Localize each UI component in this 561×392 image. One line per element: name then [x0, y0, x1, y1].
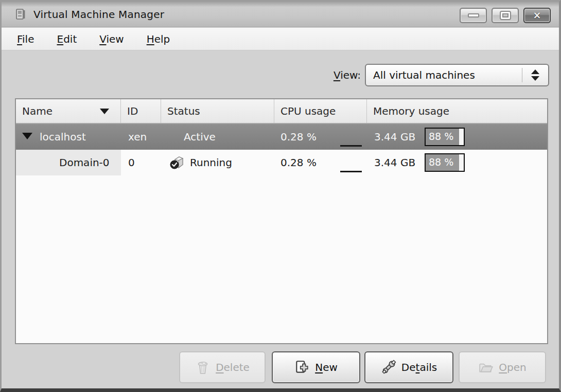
vm-status: Active: [161, 131, 216, 143]
view-filter-combobox[interactable]: All virtual machines: [365, 64, 549, 86]
vm-cpu-usage: 0.28 %: [280, 131, 317, 143]
view-filter-value: All virtual machines: [366, 69, 522, 81]
menu-view[interactable]: View: [94, 30, 129, 48]
running-status-icon: [169, 155, 185, 170]
details-button[interactable]: Details: [364, 351, 453, 383]
vm-status: Running: [190, 156, 232, 169]
vm-list: Name ID Status CPU usage Memory usage lo…: [15, 98, 548, 344]
open-button[interactable]: Open: [459, 351, 546, 383]
menu-edit[interactable]: Edit: [51, 30, 82, 48]
table-row-domain-0[interactable]: Domain-0 0 Running 0.28 % 3.44 GB: [16, 150, 547, 175]
window-controls: ✕: [460, 8, 551, 23]
maximize-icon: [501, 12, 510, 19]
maximize-button[interactable]: [492, 8, 519, 23]
header-id[interactable]: ID: [121, 99, 161, 123]
memory-usage-bar: 88 %: [425, 153, 465, 172]
vm-id: 0: [121, 150, 161, 175]
menubar: File Edit View Help: [2, 28, 559, 50]
memory-percent: 88 %: [429, 156, 453, 168]
folder-icon: [478, 360, 494, 375]
wrench-icon: [381, 360, 396, 375]
new-vm-icon: [294, 360, 310, 375]
header-memory-usage[interactable]: Memory usage: [367, 99, 547, 123]
table-row-localhost[interactable]: localhost xen Active 0.28 % 3.44 GB 88 %: [16, 124, 547, 150]
memory-percent: 88 %: [429, 131, 453, 142]
vm-list-header: Name ID Status CPU usage Memory usage: [16, 99, 547, 124]
app-icon: [14, 8, 27, 21]
header-name[interactable]: Name: [16, 99, 121, 123]
vm-name: Domain-0: [16, 156, 110, 169]
vm-memory: 3.44 GB: [374, 131, 415, 143]
close-button[interactable]: ✕: [523, 8, 551, 23]
expander-icon[interactable]: [22, 133, 32, 139]
vm-cpu-usage: 0.28 %: [280, 156, 317, 169]
header-status[interactable]: Status: [161, 99, 274, 123]
virtual-machine-manager-window: Virtual Machine Manager ✕ File Edit View…: [0, 0, 561, 392]
minimize-button[interactable]: [460, 8, 487, 23]
menu-help[interactable]: Help: [142, 30, 176, 48]
trash-icon: [195, 360, 211, 375]
combo-arrows-icon: [522, 69, 548, 81]
cpu-sparkline: [340, 171, 362, 172]
sort-desc-icon: [100, 109, 109, 114]
menu-file[interactable]: File: [12, 30, 39, 48]
cpu-sparkline: [340, 145, 362, 147]
close-icon: ✕: [533, 11, 541, 21]
delete-button[interactable]: Delete: [179, 351, 266, 383]
memory-usage-bar: 88 %: [425, 128, 465, 146]
vm-id: xen: [121, 124, 161, 150]
header-cpu-usage[interactable]: CPU usage: [274, 99, 367, 123]
titlebar[interactable]: Virtual Machine Manager ✕: [2, 2, 559, 27]
minimize-icon: [468, 13, 479, 17]
new-button[interactable]: New: [272, 351, 360, 383]
window-title: Virtual Machine Manager: [33, 8, 164, 21]
vm-memory: 3.44 GB: [374, 156, 415, 169]
view-filter-label: View:: [290, 69, 361, 81]
